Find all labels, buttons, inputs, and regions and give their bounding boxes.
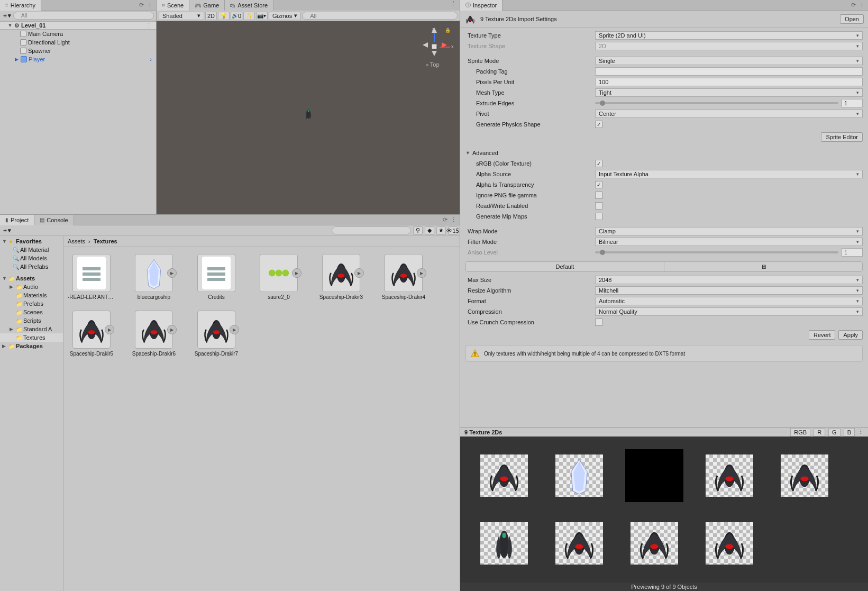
assets-root[interactable]: ▼📁Assets <box>0 274 63 283</box>
fx-toggle[interactable]: ✨ <box>243 12 255 20</box>
apply-button[interactable]: Apply <box>838 330 863 340</box>
preview-item[interactable] <box>475 449 533 502</box>
go-main-camera[interactable]: Main Camera <box>0 30 156 38</box>
pivot-dropdown[interactable]: Center <box>595 110 863 118</box>
foldout-icon[interactable]: ▼ <box>7 23 13 28</box>
extrude-value[interactable]: 1 <box>842 99 863 107</box>
wrap-mode-dropdown[interactable]: Clamp <box>595 227 863 235</box>
preview-item[interactable] <box>700 449 759 502</box>
panel-menu-icon[interactable]: ⋮ <box>147 2 153 8</box>
hierarchy-search[interactable] <box>13 12 154 20</box>
expand-icon[interactable]: ▶ <box>292 268 301 278</box>
channel-r[interactable]: R <box>814 428 825 437</box>
compression-dropdown[interactable]: Normal Quality <box>595 307 863 316</box>
go-spawner[interactable]: Spawner <box>0 47 156 55</box>
scene-search[interactable] <box>302 12 458 20</box>
preview-item[interactable] <box>625 449 683 502</box>
expand-icon[interactable]: ▶ <box>167 325 177 334</box>
folder-standard a[interactable]: ▶📁Standard A <box>0 325 63 333</box>
scene-row[interactable]: ▼ ⚙ Level_01 ⋮ <box>0 21 156 30</box>
extrude-slider[interactable]: 1 <box>595 99 863 107</box>
asset-item[interactable]: Credits <box>193 254 240 300</box>
add-button[interactable]: ＋▾ <box>2 226 11 234</box>
2d-toggle[interactable]: 2D <box>205 12 217 20</box>
folder-scripts[interactable]: 📁Scripts <box>0 316 63 325</box>
panel-menu-icon[interactable]: ⋮ <box>859 2 865 8</box>
breadcrumb-part[interactable]: Assets <box>68 238 85 244</box>
scene-menu-icon[interactable]: ⋮ <box>146 22 156 29</box>
mesh-type-dropdown[interactable]: Tight <box>595 88 863 97</box>
search-by-type[interactable]: ⚲ <box>413 226 423 235</box>
preview-item[interactable] <box>775 449 834 502</box>
expand-icon[interactable]: ▶ <box>417 268 426 278</box>
preview-item[interactable] <box>625 517 683 570</box>
filter-mode-dropdown[interactable]: Bilinear <box>595 238 863 246</box>
expand-icon[interactable]: ▶ <box>105 325 114 334</box>
lighting-toggle[interactable]: 💡 <box>218 12 230 20</box>
open-button[interactable]: Open <box>840 14 864 24</box>
sprite-editor-button[interactable]: Sprite Editor <box>821 132 863 142</box>
sprite-mode-dropdown[interactable]: Single <box>595 57 863 65</box>
channel-g[interactable]: G <box>828 428 840 437</box>
folder-scenes[interactable]: 📁Scenes <box>0 308 63 316</box>
asset-item[interactable]: -READ-LER ANTE... <box>68 254 115 300</box>
asset-item[interactable]: ▶bluecargoship <box>130 254 178 300</box>
srgb-checkbox[interactable]: ✓ <box>595 160 602 167</box>
asset-item[interactable]: ▶Spaceship-Drakir4 <box>380 254 427 300</box>
tab-console[interactable]: ▤Console <box>34 215 74 225</box>
packages-root[interactable]: ▶📁Packages <box>0 342 63 350</box>
asset-item[interactable]: ▶Spaceship-Drakir5 <box>68 311 115 357</box>
expand-icon[interactable]: ▶ <box>354 268 364 278</box>
platform-default[interactable]: Default <box>466 262 664 271</box>
project-search[interactable] <box>332 226 411 234</box>
preview-item[interactable] <box>700 517 759 570</box>
audio-toggle[interactable]: 🔊0 <box>231 12 242 20</box>
mipmaps-checkbox[interactable] <box>595 213 602 220</box>
orientation-gizmo[interactable]: z x ≡ Top 🔒 <box>418 31 450 73</box>
favorites-header[interactable]: ▼★Favorites <box>0 237 63 246</box>
texture-type-dropdown[interactable]: Sprite (2D and UI) <box>595 31 863 40</box>
fav-all-models[interactable]: 🔍All Models <box>0 254 63 262</box>
tab-asset-store[interactable]: 🛍Asset Store <box>225 0 273 11</box>
panel-lock-icon[interactable]: ⟳ <box>443 216 447 223</box>
asset-item[interactable]: ▶säure2_0 <box>255 254 303 300</box>
gizmos-dropdown[interactable]: Gizmos▾ <box>269 12 301 20</box>
preview-item[interactable] <box>550 517 608 570</box>
breadcrumb-part[interactable]: Textures <box>94 238 117 244</box>
asset-item[interactable]: ▶Spaceship-Drakir3 <box>317 254 365 300</box>
asset-item[interactable]: ▶Spaceship-Drakir7 <box>193 311 240 357</box>
rw-checkbox[interactable] <box>595 202 602 210</box>
tab-hierarchy[interactable]: ≡ Hierarchy <box>0 0 41 11</box>
revert-button[interactable]: Revert <box>809 330 835 340</box>
camera-toggle[interactable]: 📷▾ <box>256 12 268 20</box>
folder-materials[interactable]: 📁Materials <box>0 291 63 299</box>
go-directional-light[interactable]: Directional Light <box>0 38 156 47</box>
panel-lock-icon[interactable]: ⟳ <box>851 2 856 8</box>
gen-physics-checkbox[interactable]: ✓ <box>595 121 602 128</box>
expand-icon[interactable]: ▶ <box>230 325 239 334</box>
panel-menu-icon[interactable]: ⋮ <box>858 429 864 435</box>
tab-game[interactable]: 🎮Game <box>189 0 225 11</box>
tab-inspector[interactable]: ⓘInspector <box>460 0 502 11</box>
foldout-icon[interactable]: ▶ <box>14 57 19 62</box>
panel-menu-icon[interactable]: ⋮ <box>451 0 456 11</box>
platform-standalone[interactable]: 🖥 <box>664 262 862 271</box>
alpha-trans-checkbox[interactable]: ✓ <box>595 181 602 188</box>
tab-project[interactable]: ▮Project <box>0 215 34 225</box>
asset-item[interactable]: ▶Spaceship-Drakir6 <box>130 311 178 357</box>
preview-item[interactable] <box>475 517 533 570</box>
folder-textures[interactable]: 📁Textures <box>0 333 63 342</box>
advanced-foldout[interactable]: ▼Advanced <box>465 148 863 158</box>
prefab-open-icon[interactable]: › <box>150 56 156 62</box>
max-size-dropdown[interactable]: 2048 <box>595 276 863 284</box>
channel-rgb[interactable]: RGB <box>790 428 810 437</box>
save-search[interactable]: ★ <box>436 226 446 235</box>
fav-all-material[interactable]: 🔍All Material <box>0 246 63 254</box>
folder-prefabs[interactable]: 📁Prefabs <box>0 299 63 308</box>
packing-tag-input[interactable] <box>595 67 863 76</box>
channel-b[interactable]: B <box>844 428 855 437</box>
shading-dropdown[interactable]: Shaded▾ <box>159 12 204 20</box>
ppu-input[interactable]: 100 <box>595 78 863 86</box>
search-by-label[interactable]: ◆ <box>425 226 434 235</box>
panel-menu-icon[interactable]: ⋮ <box>451 216 456 223</box>
